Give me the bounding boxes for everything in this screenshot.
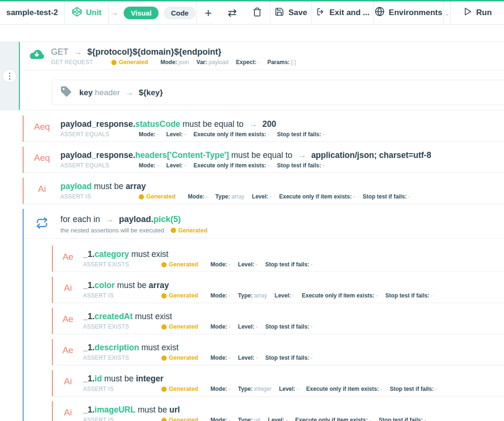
meta-field: Params:[:] bbox=[267, 59, 295, 66]
generated-dot-icon bbox=[161, 418, 167, 421]
assertion-badge: Ae bbox=[53, 311, 83, 330]
meta-field: Mode:- bbox=[210, 261, 230, 268]
assertion-field: statusCode bbox=[135, 119, 180, 129]
meta-field: Execute only if item exists:- bbox=[302, 292, 378, 299]
meta-field: Var:payload bbox=[196, 59, 228, 66]
meta-field: Stop test if fails:- bbox=[265, 323, 312, 330]
toolbar: sample-test-2 Unit → Visual Code + ⇄ Sav… bbox=[0, 0, 504, 25]
assertion-row[interactable]: Aeq payload_response.statusCode must be … bbox=[23, 116, 504, 142]
component-tools: + ⇄ bbox=[197, 1, 270, 24]
exit-and-save-button[interactable]: Exit and ... bbox=[312, 1, 374, 24]
assertion-field: id bbox=[94, 374, 102, 383]
assertion-subject: _1. bbox=[83, 343, 94, 352]
assertion-badge: Ae bbox=[53, 342, 83, 361]
assertion-row[interactable]: Ai _1.imageURL must be url ASSERT IS Gen… bbox=[52, 401, 504, 421]
meta-field: Level:- bbox=[238, 323, 258, 330]
meta-field: Stop test if fails:- bbox=[277, 131, 324, 138]
meta-field: Mode:- bbox=[188, 193, 208, 200]
meta-field: Stop test if fails:- bbox=[379, 417, 426, 421]
assertion-subject: payload_response. bbox=[60, 150, 135, 160]
loop-target: payload. bbox=[119, 215, 153, 224]
reorder-button[interactable]: ⇄ bbox=[227, 8, 236, 18]
assertion-field: headers['Content-Type'] bbox=[135, 150, 229, 160]
assertion-predicate: must be equal to bbox=[180, 119, 244, 129]
visual-tab[interactable]: Visual bbox=[124, 7, 159, 19]
component-kind: ASSERT EXISTS bbox=[83, 355, 154, 361]
run-button[interactable]: Run bbox=[451, 1, 504, 24]
meta-field: Stop test if fails:- bbox=[386, 292, 433, 299]
get-request-row[interactable]: GET→${protocol}${domain}${endpoint} GET … bbox=[23, 42, 504, 70]
floppy-save-icon bbox=[275, 7, 284, 19]
assertion-subject: _1. bbox=[83, 405, 94, 414]
unit-label: Unit bbox=[86, 8, 101, 17]
meta-field: Mode:- bbox=[210, 386, 230, 392]
assertion-row[interactable]: Ai payload must be array ASSERT IS Gener… bbox=[23, 178, 504, 204]
assertion-value: url bbox=[169, 405, 180, 414]
meta-field: Mode:- bbox=[139, 162, 159, 169]
meta-field: Stop test if fails:- bbox=[277, 162, 324, 169]
assertion-predicate: must exist bbox=[139, 343, 179, 352]
generated-dot-icon bbox=[161, 387, 167, 392]
assertion-row[interactable]: Ai _1.id must be integer ASSERT IS Gener… bbox=[52, 370, 504, 396]
assertion-row[interactable]: Ae _1.description must exist ASSERT EXIS… bbox=[52, 339, 504, 365]
assertion-row[interactable]: Ai _1.color must be array ASSERT IS Gene… bbox=[52, 277, 504, 303]
generated-badge: Generated bbox=[161, 417, 203, 421]
get-request-component: GET→${protocol}${domain}${endpoint} GET … bbox=[0, 41, 504, 110]
arrow-right-icon: → bbox=[125, 88, 134, 97]
generated-dot-icon bbox=[161, 262, 167, 267]
assertion-badge: Aeq bbox=[24, 150, 60, 169]
meta-field: Execute only if item exists:- bbox=[193, 131, 269, 138]
environments-dropdown-toggle[interactable]: ⌄ bbox=[444, 1, 451, 24]
meta-field: Mode:- bbox=[139, 131, 159, 138]
save-label: Save bbox=[288, 8, 307, 17]
loop-subtitle: the nested assertions will be executed bbox=[60, 227, 164, 234]
assertion-row[interactable]: Ae _1.category must exist ASSERT EXISTS … bbox=[52, 246, 504, 272]
environments-button[interactable]: Environments bbox=[374, 1, 444, 24]
exit-icon bbox=[316, 7, 325, 19]
meta-field: Level:- bbox=[166, 162, 186, 169]
generated-badge: Generated bbox=[139, 193, 180, 200]
editor-mode-switch: → Visual Code bbox=[109, 1, 197, 24]
assertion-row[interactable]: Aeq payload_response.headers['Content-Ty… bbox=[23, 147, 504, 173]
meta-field: Mode:- bbox=[210, 323, 230, 330]
meta-field: Expect:- bbox=[236, 59, 260, 66]
assertion-row[interactable]: Ae _1.createdAt must exist ASSERT EXISTS… bbox=[52, 308, 504, 334]
request-url: ${protocol}${domain}${endpoint} bbox=[87, 47, 221, 57]
assertion-value: array bbox=[149, 281, 169, 290]
assertion-badge: Ai bbox=[24, 181, 60, 200]
assertion-badge: Aeq bbox=[24, 119, 60, 138]
environments-label: Environments bbox=[389, 8, 442, 17]
generated-dot-icon bbox=[161, 355, 167, 361]
assertion-field: imageURL bbox=[94, 405, 135, 414]
component-rail bbox=[0, 42, 20, 110]
meta-field: Execute only if item exists:- bbox=[306, 386, 382, 392]
plus-icon: + bbox=[205, 7, 212, 19]
meta-field: Type:array bbox=[215, 193, 244, 200]
header-type: header bbox=[95, 88, 120, 97]
save-button[interactable]: Save bbox=[270, 1, 312, 24]
assertion-badge: Ai bbox=[53, 280, 83, 299]
assertion-field: createdAt bbox=[94, 312, 133, 321]
header-key-row[interactable]: key header→${key} bbox=[52, 80, 504, 105]
component-kind: ASSERT EQUALS bbox=[60, 162, 131, 169]
loop-function: pick(5) bbox=[153, 215, 181, 224]
meta-field: Execute only if item exists:- bbox=[295, 417, 371, 421]
generated-dot-icon bbox=[161, 293, 167, 298]
component-kind: ASSERT IS bbox=[60, 193, 131, 200]
meta-field: Mode:- bbox=[210, 355, 230, 361]
visual-composer: GET→${protocol}${domain}${endpoint} GET … bbox=[0, 25, 504, 421]
meta-field: Execute only if item exists:- bbox=[193, 162, 269, 169]
add-component-button[interactable]: + bbox=[205, 7, 212, 19]
assertion-predicate: must be bbox=[115, 281, 149, 290]
assertion-badge: Ae bbox=[53, 249, 83, 268]
assertion-field: color bbox=[94, 281, 115, 290]
test-name: sample-test-2 bbox=[0, 1, 65, 24]
code-tab[interactable]: Code bbox=[164, 7, 196, 19]
unit-type-button[interactable]: Unit bbox=[65, 1, 109, 24]
for-each-row[interactable]: for each in→payload.pick(5) the nested a… bbox=[24, 209, 504, 239]
meta-field: Level:- bbox=[252, 193, 272, 200]
component-menu-button[interactable] bbox=[2, 69, 17, 83]
delete-button[interactable] bbox=[252, 7, 262, 18]
arrow-right-icon: → bbox=[297, 150, 306, 160]
assertion-predicate: must be bbox=[92, 182, 126, 191]
